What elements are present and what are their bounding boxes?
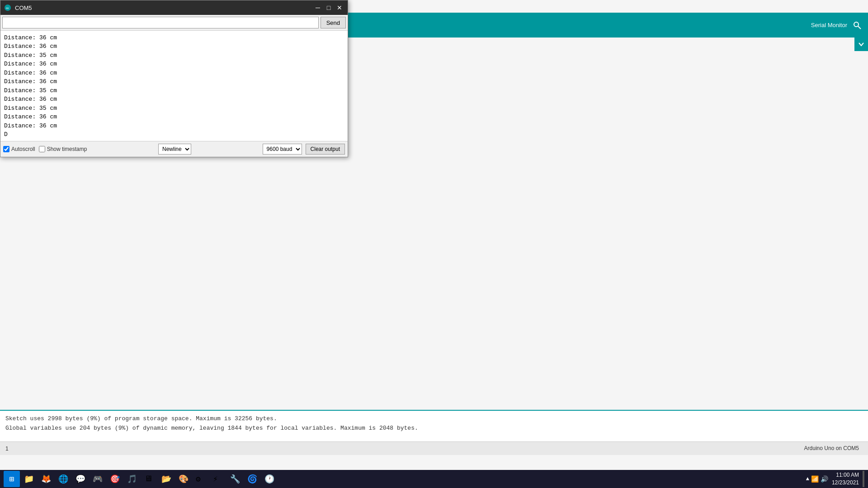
windows-logo-icon: ⊞ — [9, 474, 14, 484]
serial-output-line: Distance: 36 cm — [4, 122, 344, 131]
svg-point-0 — [854, 22, 859, 27]
system-tray: ▲ 📶 🔊 — [806, 475, 828, 483]
timestamp-label: Show timestamp — [47, 146, 87, 152]
app2-icon: 🔧 — [230, 474, 240, 484]
chevron-down-btn[interactable] — [854, 38, 868, 51]
serial-output-line: Distance: 35 cm — [4, 104, 344, 113]
arduino-icon: ⚡ — [213, 474, 223, 484]
ide-status-bar: Sketch uses 2998 bytes (9%) of program s… — [0, 410, 868, 441]
epic-icon: 🎯 — [110, 474, 120, 484]
minimize-button[interactable]: ─ — [313, 3, 322, 12]
filezilla-icon: 📂 — [161, 474, 171, 484]
taskbar-adobe[interactable]: 🎨 — [175, 471, 192, 487]
clock-time: 11:00 AM — [832, 471, 859, 479]
newline-select[interactable]: Newline — [158, 144, 191, 155]
taskbar-nvidia[interactable]: 🖥 — [141, 471, 157, 487]
serial-monitor-label: Serial Monitor — [811, 22, 847, 28]
serial-window-title: COM5 — [15, 5, 311, 11]
file-explorer-icon: 📁 — [24, 474, 34, 484]
autoscroll-label: Autoscroll — [11, 146, 35, 152]
autoscroll-checkbox-label[interactable]: Autoscroll — [3, 146, 35, 152]
timestamp-checkbox-label[interactable]: Show timestamp — [39, 146, 87, 152]
taskbar-app2[interactable]: 🔧 — [227, 471, 243, 487]
taskbar-clock[interactable]: 11:00 AM 12/23/2021 — [832, 471, 859, 487]
search-icon-btn[interactable] — [851, 19, 863, 32]
chrome-icon: 🌐 — [58, 474, 68, 484]
serial-output-line: Distance: 36 cm — [4, 60, 344, 69]
serial-monitor-window: ∞ COM5 ─ □ ✕ Send Distance: 35 cmDistanc… — [0, 0, 348, 157]
serial-output-line: Distance: 36 cm — [4, 69, 344, 78]
arduino-title-icon: ∞ — [4, 4, 11, 11]
search-icon — [853, 21, 861, 29]
app3-icon: 🌀 — [247, 474, 257, 484]
autoscroll-checkbox[interactable] — [3, 146, 9, 152]
start-button[interactable]: ⊞ — [4, 471, 20, 487]
maximize-button[interactable]: □ — [324, 3, 333, 12]
taskbar-file-explorer[interactable]: 📁 — [21, 471, 37, 487]
serial-output[interactable]: Distance: 35 cmDistance: 35 cmDistance: … — [0, 30, 348, 141]
volume-icon[interactable]: 🔊 — [821, 475, 828, 483]
serial-output-line: Distance: 36 cm — [4, 95, 344, 104]
serial-output-container: Distance: 35 cmDistance: 35 cmDistance: … — [0, 30, 348, 141]
tray-arrow[interactable]: ▲ — [806, 476, 809, 482]
serial-output-line: Distance: 35 cm — [4, 51, 344, 60]
serial-input-field[interactable] — [2, 17, 319, 28]
nvidia-icon: 🖥 — [144, 474, 154, 484]
clock-app-icon: 🕐 — [264, 474, 274, 484]
taskbar-firefox[interactable]: 🦊 — [38, 471, 54, 487]
adobe-icon: 🎨 — [179, 474, 189, 484]
show-desktop-btn[interactable] — [863, 471, 864, 487]
clock-date: 12/23/2021 — [832, 479, 859, 487]
serial-output-line: D — [4, 130, 344, 139]
taskbar-spotify[interactable]: 🎵 — [124, 471, 140, 487]
toolbar-right: Serial Monitor — [811, 19, 863, 32]
chevron-down-icon — [858, 41, 864, 47]
serial-input-row: Send — [0, 15, 348, 30]
clear-output-button[interactable]: Clear output — [306, 144, 345, 155]
serial-output-line: Distance: 36 cm — [4, 42, 344, 51]
taskbar-clock-app[interactable]: 🕐 — [261, 471, 278, 487]
serial-output-line: Distance: 36 cm — [4, 77, 344, 86]
taskbar-steam[interactable]: 🎮 — [90, 471, 106, 487]
serial-output-line: Distance: 35 cm — [4, 86, 344, 95]
taskbar-right: ▲ 📶 🔊 11:00 AM 12/23/2021 — [806, 470, 868, 488]
taskbar: ⊞ 📁 🦊 🌐 💬 🎮 🎯 🎵 🖥 📂 🎨 ⚙ ⚡ 🔧 🌀 🕐 — [0, 470, 868, 488]
steam-icon: 🎮 — [93, 474, 103, 484]
taskbar-discord[interactable]: 💬 — [72, 471, 89, 487]
line-number: 1 — [5, 446, 9, 452]
svg-text:∞: ∞ — [6, 6, 9, 10]
board-info-text: Arduino Uno on COM5 — [804, 445, 859, 451]
send-button[interactable]: Send — [321, 17, 346, 28]
serial-output-line: Distance: 36 cm — [4, 113, 344, 122]
app1-icon: ⚙ — [196, 474, 206, 484]
status-line-2: Global variables use 204 bytes (9%) of d… — [5, 424, 863, 433]
taskbar-arduino[interactable]: ⚡ — [210, 471, 226, 487]
svg-line-1 — [858, 26, 861, 29]
spotify-icon: 🎵 — [127, 474, 137, 484]
timestamp-checkbox[interactable] — [39, 146, 45, 152]
serial-controls: Autoscroll Show timestamp Newline 9600 b… — [0, 141, 348, 157]
taskbar-app3[interactable]: 🌀 — [244, 471, 260, 487]
close-button[interactable]: ✕ — [335, 3, 344, 12]
network-icon: 📶 — [811, 475, 819, 483]
discord-icon: 💬 — [75, 474, 85, 484]
ide-linebar: 1 — [0, 441, 868, 455]
board-info: Arduino Uno on COM5 — [804, 441, 859, 455]
firefox-icon: 🦊 — [41, 474, 51, 484]
baud-select[interactable]: 9600 baud — [263, 144, 302, 155]
status-line-1: Sketch uses 2998 bytes (9%) of program s… — [5, 414, 863, 424]
taskbar-chrome[interactable]: 🌐 — [55, 471, 71, 487]
taskbar-epic[interactable]: 🎯 — [107, 471, 123, 487]
taskbar-filezilla[interactable]: 📂 — [158, 471, 175, 487]
serial-titlebar: ∞ COM5 ─ □ ✕ — [0, 0, 348, 15]
taskbar-app1[interactable]: ⚙ — [193, 471, 209, 487]
serial-output-line: Distance: 36 cm — [4, 33, 344, 42]
